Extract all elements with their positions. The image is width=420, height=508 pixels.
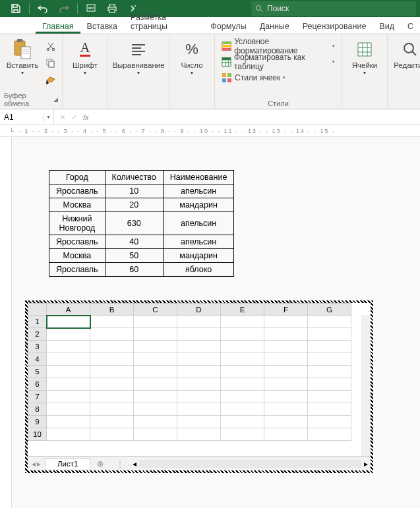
cell[interactable] bbox=[134, 328, 177, 341]
cell[interactable] bbox=[47, 416, 90, 428]
cell[interactable] bbox=[47, 403, 90, 416]
cell[interactable] bbox=[134, 378, 177, 391]
cell[interactable] bbox=[264, 353, 308, 366]
row-header[interactable]: 8 bbox=[28, 403, 47, 416]
conditional-formatting-button[interactable]: Условное форматирование ▾ bbox=[219, 39, 338, 53]
cell[interactable] bbox=[264, 416, 308, 428]
col-header[interactable]: A bbox=[47, 304, 90, 316]
tab-data[interactable]: Данные bbox=[253, 19, 296, 34]
cell[interactable] bbox=[221, 328, 264, 341]
cell[interactable] bbox=[90, 428, 134, 441]
touch-mode-button[interactable]: abc bbox=[82, 1, 100, 16]
sheet-tab-divider[interactable]: ⋮ bbox=[110, 459, 130, 468]
row-header[interactable]: 4 bbox=[28, 353, 47, 366]
cell[interactable] bbox=[308, 316, 351, 328]
cell[interactable] bbox=[221, 428, 264, 441]
col-header[interactable]: B bbox=[90, 304, 134, 316]
cell[interactable] bbox=[47, 366, 90, 378]
col-header[interactable]: D bbox=[177, 304, 221, 316]
cell[interactable] bbox=[221, 341, 264, 353]
cell[interactable] bbox=[264, 366, 308, 378]
cell[interactable] bbox=[308, 428, 351, 441]
cells-button[interactable]: Ячейки ▼ bbox=[346, 36, 383, 75]
cell[interactable] bbox=[221, 378, 264, 391]
cell[interactable] bbox=[47, 316, 90, 328]
sheet-nav-first[interactable]: ◂ bbox=[32, 459, 36, 468]
print-button[interactable] bbox=[103, 1, 121, 16]
cell-styles-button[interactable]: Стили ячеек ▾ bbox=[219, 71, 338, 85]
name-box[interactable]: A1 bbox=[0, 113, 44, 122]
cell[interactable] bbox=[134, 341, 177, 353]
cell[interactable] bbox=[264, 378, 308, 391]
cell[interactable] bbox=[308, 341, 351, 353]
cell[interactable] bbox=[90, 391, 134, 403]
cell[interactable] bbox=[308, 328, 351, 341]
cell[interactable] bbox=[47, 341, 90, 353]
clipboard-launcher[interactable]: ◢ bbox=[53, 96, 58, 103]
cell[interactable] bbox=[134, 403, 177, 416]
cell[interactable] bbox=[90, 416, 134, 428]
cell[interactable] bbox=[264, 341, 308, 353]
cell[interactable] bbox=[308, 416, 351, 428]
copy-button[interactable] bbox=[44, 56, 58, 71]
cell[interactable] bbox=[47, 328, 90, 341]
sheet-grid[interactable]: ABCDEFG12345678910 bbox=[28, 303, 351, 441]
cancel-icon[interactable]: ✕ bbox=[59, 113, 66, 122]
cell[interactable] bbox=[308, 366, 351, 378]
format-as-table-button[interactable]: Форматировать как таблицу ▾ bbox=[219, 55, 338, 69]
cell[interactable] bbox=[177, 391, 221, 403]
tab-layout[interactable]: Разметка страницы bbox=[124, 10, 204, 34]
alignment-button[interactable]: Выравнивание ▼ bbox=[112, 36, 165, 75]
cell[interactable] bbox=[221, 391, 264, 403]
cell[interactable] bbox=[47, 391, 90, 403]
cell[interactable] bbox=[177, 366, 221, 378]
vertical-scrollbar[interactable] bbox=[361, 315, 371, 456]
col-header[interactable]: G bbox=[308, 304, 351, 316]
cell[interactable] bbox=[221, 416, 264, 428]
cell[interactable] bbox=[221, 316, 264, 328]
cell[interactable] bbox=[308, 378, 351, 391]
save-button[interactable] bbox=[7, 1, 25, 16]
sheet-tab[interactable]: Лист1 bbox=[45, 458, 90, 469]
cell[interactable] bbox=[134, 428, 177, 441]
cell[interactable] bbox=[90, 328, 134, 341]
cell[interactable] bbox=[47, 378, 90, 391]
cell[interactable] bbox=[177, 328, 221, 341]
cell[interactable] bbox=[90, 378, 134, 391]
cell[interactable] bbox=[177, 316, 221, 328]
redo-button[interactable] bbox=[55, 1, 73, 16]
cell[interactable] bbox=[264, 316, 308, 328]
name-box-dropdown[interactable]: ▼ bbox=[44, 109, 54, 125]
tab-review[interactable]: Рецензирование bbox=[296, 19, 373, 34]
horizontal-scrollbar[interactable]: ◂ ▸ bbox=[130, 459, 371, 468]
vertical-ruler[interactable] bbox=[0, 137, 12, 508]
cell[interactable] bbox=[134, 391, 177, 403]
cell[interactable] bbox=[308, 391, 351, 403]
cell[interactable] bbox=[47, 353, 90, 366]
cell[interactable] bbox=[221, 353, 264, 366]
select-all-corner[interactable] bbox=[28, 304, 47, 316]
tab-help[interactable]: С bbox=[401, 19, 420, 34]
cell[interactable] bbox=[134, 366, 177, 378]
row-header[interactable]: 9 bbox=[28, 416, 47, 428]
cell[interactable] bbox=[264, 428, 308, 441]
tab-formulas[interactable]: Формулы bbox=[204, 19, 253, 34]
cell[interactable] bbox=[90, 353, 134, 366]
format-painter-button[interactable] bbox=[44, 73, 58, 88]
cell[interactable] bbox=[177, 378, 221, 391]
row-header[interactable]: 2 bbox=[28, 328, 47, 341]
font-button[interactable]: A Шрифт ▼ bbox=[67, 36, 104, 75]
cell[interactable] bbox=[264, 391, 308, 403]
cell[interactable] bbox=[134, 416, 177, 428]
row-header[interactable]: 5 bbox=[28, 366, 47, 378]
embedded-spreadsheet[interactable]: ABCDEFG12345678910 ◂ ▸ Лист1 ⊕ ⋮ ◂ ▸ bbox=[25, 300, 373, 473]
cell[interactable] bbox=[177, 341, 221, 353]
scroll-left[interactable]: ◂ bbox=[133, 459, 136, 468]
fx-icon[interactable]: fx bbox=[83, 113, 89, 121]
scroll-right[interactable]: ▸ bbox=[364, 459, 368, 468]
row-header[interactable]: 7 bbox=[28, 391, 47, 403]
cell[interactable] bbox=[308, 353, 351, 366]
row-header[interactable]: 3 bbox=[28, 341, 47, 353]
paste-button[interactable]: Вставить ▼ bbox=[4, 36, 41, 75]
col-header[interactable]: C bbox=[134, 304, 177, 316]
